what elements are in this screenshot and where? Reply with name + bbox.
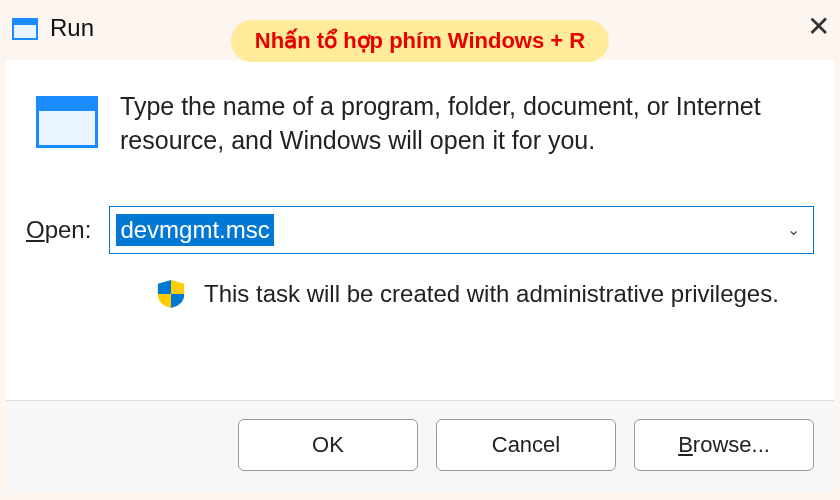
close-icon[interactable]: ✕ xyxy=(800,10,830,43)
open-input-value[interactable]: devmgmt.msc xyxy=(116,214,273,246)
run-icon xyxy=(12,18,38,40)
description-row: Type the name of a program, folder, docu… xyxy=(26,90,814,158)
admin-privileges-row: This task will be created with administr… xyxy=(26,278,814,310)
browse-button[interactable]: Browse... xyxy=(634,419,814,471)
button-row: OK Cancel Browse... xyxy=(6,400,834,490)
admin-privileges-text: This task will be created with administr… xyxy=(204,280,779,308)
run-icon-large xyxy=(36,96,98,148)
browse-button-rest: rowse... xyxy=(693,432,770,458)
shield-icon xyxy=(156,278,186,310)
description-text: Type the name of a program, folder, docu… xyxy=(120,90,804,158)
open-row: Open: devmgmt.msc ⌄ xyxy=(26,206,814,254)
window-title: Run xyxy=(50,14,94,42)
browse-button-mnemonic: B xyxy=(678,432,693,458)
ok-button[interactable]: OK xyxy=(238,419,418,471)
cancel-button[interactable]: Cancel xyxy=(436,419,616,471)
open-label: Open: xyxy=(26,216,91,244)
chevron-down-icon[interactable]: ⌄ xyxy=(773,220,813,239)
annotation-tooltip: Nhấn tổ hợp phím Windows + R xyxy=(231,20,609,62)
dialog-body: Type the name of a program, folder, docu… xyxy=(6,60,834,490)
open-combobox[interactable]: devmgmt.msc ⌄ xyxy=(109,206,814,254)
open-label-mnemonic: O xyxy=(26,216,45,243)
open-label-rest: pen: xyxy=(45,216,92,243)
